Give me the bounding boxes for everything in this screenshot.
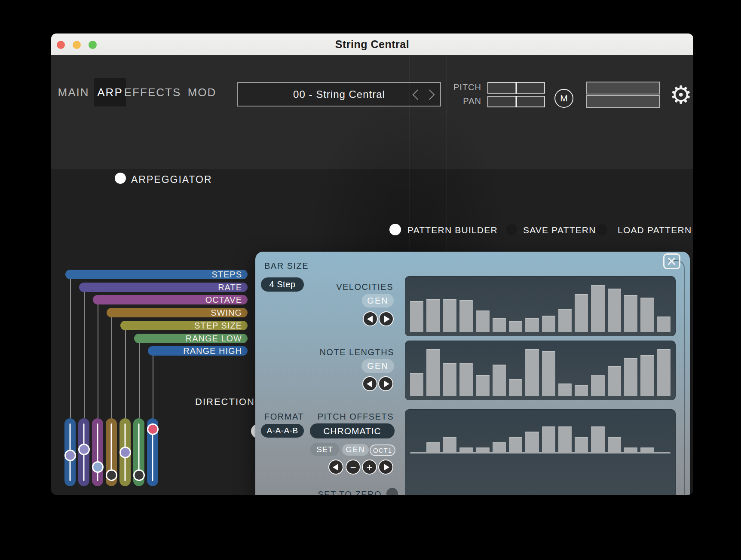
pitch-mode-button[interactable]: CHROMATIC	[310, 423, 395, 438]
chart-bar[interactable]	[575, 437, 588, 453]
slider-handle-octave[interactable]	[92, 461, 104, 473]
tab-arp[interactable]: ARP	[94, 78, 126, 107]
tab-effects[interactable]: EFFECTS	[127, 78, 178, 107]
chart-bar[interactable]	[493, 365, 506, 396]
chart-bar[interactable]	[410, 373, 423, 396]
mute-button[interactable]: M	[554, 89, 573, 108]
chart-bar[interactable]	[459, 447, 473, 453]
pan-slider-handle[interactable]	[516, 96, 517, 107]
slider-handle-range-low[interactable]	[133, 469, 145, 481]
chart-bar[interactable]	[426, 442, 440, 453]
param-bar-swing[interactable]: SWING	[107, 308, 248, 317]
chart-bar[interactable]	[542, 316, 555, 332]
chart-bar[interactable]	[657, 317, 671, 332]
preset-selector[interactable]: 00 - String Central	[237, 82, 441, 107]
minimize-traffic-light[interactable]	[73, 41, 81, 49]
chart-bar[interactable]	[426, 349, 440, 396]
slider-handle-step-size[interactable]	[119, 447, 131, 458]
note-lengths-next-button[interactable]	[378, 376, 393, 391]
chart-bar[interactable]	[443, 299, 456, 332]
save-pattern-label[interactable]: SAVE PATTERN	[523, 225, 596, 235]
close-traffic-light[interactable]	[57, 41, 65, 49]
tab-mod[interactable]: MOD	[184, 78, 220, 107]
chart-bar[interactable]	[640, 447, 654, 453]
velocities-prev-button[interactable]	[363, 311, 378, 326]
chart-bar[interactable]	[426, 299, 440, 332]
pitch-offsets-chart[interactable]	[405, 409, 676, 495]
chart-bar[interactable]	[459, 300, 473, 332]
slider-handle-range-high[interactable]	[147, 423, 159, 435]
chart-bar[interactable]	[542, 351, 555, 396]
chevron-left-icon[interactable]	[412, 89, 423, 100]
gear-icon[interactable]: ⚙	[668, 80, 693, 110]
chart-bar[interactable]	[459, 363, 473, 396]
param-bar-octave[interactable]: OCTAVE	[93, 295, 248, 304]
chart-bar[interactable]	[525, 349, 539, 396]
pitch-offsets-bars[interactable]	[410, 409, 671, 453]
chart-bar[interactable]	[558, 383, 572, 396]
pitch-slider[interactable]	[487, 82, 545, 94]
save-pattern-toggle[interactable]	[506, 224, 517, 235]
slider-handle-rate[interactable]	[78, 444, 90, 455]
format-button[interactable]: A-A-A-B	[261, 424, 304, 438]
pitch-oct-button[interactable]: OCT1	[370, 444, 395, 456]
bar-size-button[interactable]: 4 Step	[261, 277, 304, 292]
pitch-minus-button[interactable]: −	[346, 460, 361, 475]
pitch-slider-handle[interactable]	[516, 82, 517, 94]
slider-handle-steps[interactable]	[64, 450, 76, 461]
chart-bar[interactable]	[493, 442, 506, 453]
pitch-gen-button[interactable]: GEN	[342, 444, 369, 456]
chart-bar[interactable]	[575, 294, 588, 332]
chart-bar[interactable]	[591, 285, 604, 332]
chart-bar[interactable]	[640, 298, 654, 332]
chart-bar[interactable]	[608, 437, 621, 453]
chart-bar[interactable]	[542, 426, 555, 453]
chart-bar[interactable]	[509, 321, 522, 332]
chart-bar[interactable]	[624, 447, 637, 453]
velocities-bars[interactable]	[410, 280, 671, 332]
chevron-right-icon[interactable]	[424, 89, 435, 100]
pitch-plus-button[interactable]: +	[362, 460, 377, 475]
pitch-prev-button[interactable]	[328, 460, 343, 475]
chart-bar[interactable]	[443, 437, 456, 453]
param-bar-step-size[interactable]: STEP SIZE	[120, 321, 248, 330]
chart-bar[interactable]	[558, 426, 572, 453]
pitch-next-button[interactable]	[378, 460, 393, 475]
chart-bar[interactable]	[493, 318, 506, 332]
pan-slider[interactable]	[487, 96, 545, 107]
note-lengths-prev-button[interactable]	[362, 376, 377, 391]
chart-bar[interactable]	[640, 355, 654, 396]
chart-bar[interactable]	[558, 309, 572, 332]
chart-bar[interactable]	[443, 363, 456, 396]
chart-bar[interactable]	[575, 385, 588, 396]
param-bar-rate[interactable]: RATE	[79, 283, 248, 292]
velocities-gen-button[interactable]: GEN	[362, 294, 394, 307]
chart-bar[interactable]	[608, 289, 621, 332]
chart-bar[interactable]	[591, 375, 604, 396]
chart-bar[interactable]	[591, 426, 604, 453]
chart-bar[interactable]	[509, 379, 522, 396]
param-bar-range-low[interactable]: RANGE LOW	[134, 334, 248, 343]
chart-bar[interactable]	[476, 375, 489, 396]
load-pattern-toggle[interactable]	[596, 224, 607, 235]
tab-main[interactable]: MAIN	[55, 78, 92, 107]
param-bar-steps[interactable]: STEPS	[65, 270, 248, 279]
chart-bar[interactable]	[624, 358, 637, 396]
chart-bar[interactable]	[657, 349, 671, 396]
slider-handle-swing[interactable]	[106, 469, 117, 481]
chart-bar[interactable]	[624, 295, 637, 332]
zoom-traffic-light[interactable]	[89, 41, 97, 49]
chart-bar[interactable]	[608, 366, 621, 396]
chart-bar[interactable]	[525, 318, 539, 332]
close-icon[interactable]	[663, 253, 680, 269]
chart-bar[interactable]	[476, 310, 489, 332]
pattern-builder-toggle[interactable]	[389, 224, 401, 235]
param-bar-range-high[interactable]: RANGE HIGH	[148, 346, 248, 356]
pitch-set-button[interactable]: SET	[310, 443, 339, 456]
chart-bar[interactable]	[525, 432, 539, 453]
note-lengths-chart[interactable]	[405, 341, 676, 400]
chart-bar[interactable]	[410, 301, 423, 332]
note-lengths-gen-button[interactable]: GEN	[361, 359, 394, 373]
load-pattern-label[interactable]: LOAD PATTERN	[618, 225, 692, 235]
chart-bar[interactable]	[476, 447, 489, 453]
